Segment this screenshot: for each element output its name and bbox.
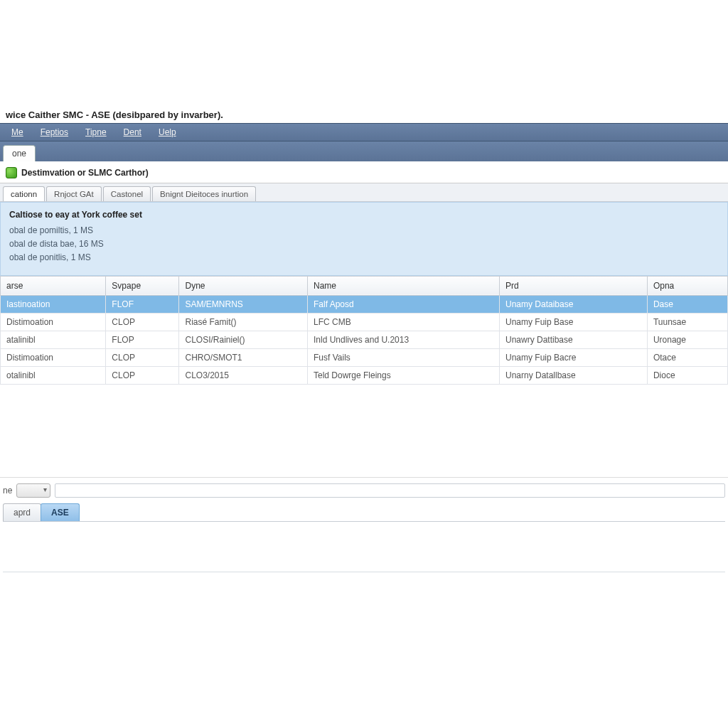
cell: Dioce [647, 366, 727, 384]
cell: otalinibl [1, 366, 106, 384]
cell: atalinibl [1, 331, 106, 348]
destination-icon [6, 167, 17, 178]
table-row[interactable]: otalinibl CLOP CLO3/2015 Teld Dowrge Fle… [1, 366, 728, 384]
bottom-tab-aprd[interactable]: aprd [3, 503, 41, 521]
col-prd[interactable]: Prd [499, 276, 647, 295]
cell: FLOP [106, 331, 179, 348]
bottom-tab-ase[interactable]: ASE [41, 503, 80, 521]
cell: Teld Dowrge Fleings [308, 366, 500, 384]
menu-dent[interactable]: Dent [115, 124, 150, 140]
menu-me[interactable]: Me [3, 124, 32, 140]
app-window: wice Caither SMC - ASE (desibpared by in… [0, 107, 728, 572]
col-arse[interactable]: arse [1, 276, 106, 295]
inner-tab-rnjoct[interactable]: Rnjoct GAt [46, 186, 102, 201]
cell: Dase [647, 295, 727, 313]
info-line-0: obal de pomiltis, 1 MS [9, 224, 719, 237]
cell: Unarny Datallbase [499, 366, 647, 384]
cell: Fusf Vails [308, 348, 500, 366]
cell: SAM/EMNRNS [179, 295, 308, 313]
grid-header-row: arse Svpape Dyne Name Prd Opna [1, 276, 728, 295]
cell: CHRO/SMOT1 [179, 348, 308, 366]
inner-tabstrip: cationn Rnjoct GAt Castonel Bnignt Dieit… [0, 183, 728, 202]
cell: Inld Undlives and U.2013 [308, 331, 500, 348]
cell: CLOP [106, 366, 179, 384]
inner-tab-castonel[interactable]: Castonel [103, 186, 151, 201]
inner-tab-bnignt[interactable]: Bnignt Dieitoces inurtion [152, 186, 256, 201]
data-grid[interactable]: arse Svpape Dyne Name Prd Opna Iastinoat… [0, 276, 728, 385]
bottom-tabstrip: aprd ASE [3, 503, 725, 522]
info-title: Caltiose to eay at York coffee set [9, 210, 719, 220]
grid-body: Iastinoation FLOF SAM/EMNRNS Falf Aposd … [1, 295, 728, 384]
cell: CLOSI/Rainiel() [179, 331, 308, 348]
filter-label: ne [3, 486, 12, 496]
cell: CLO3/2015 [179, 366, 308, 384]
bottom-area: ne aprd ASE [0, 477, 728, 572]
info-panel: Caltiose to eay at York coffee set obal … [0, 202, 728, 276]
inner-tab-cation[interactable]: cationn [3, 186, 45, 201]
filter-dropdown[interactable] [16, 483, 50, 498]
cell: Unawry Dattibase [499, 331, 647, 348]
menubar: Me Feptios Tipne Dent Uelp [0, 123, 728, 141]
window-title: wice Caither SMC - ASE (desibpared by in… [0, 107, 728, 123]
outer-tabstrip: one [0, 141, 728, 161]
cell: LFC CMB [308, 313, 500, 331]
cell: Riasé Famit() [179, 313, 308, 331]
col-name[interactable]: Name [308, 276, 500, 295]
info-line-1: obal de dista bae, 16 MS [9, 237, 719, 251]
bottom-divider [3, 572, 725, 572]
cell: CLOP [106, 348, 179, 366]
section-header: Destimvation or SLMC Carthor) [0, 161, 728, 183]
table-row[interactable]: atalinibl FLOP CLOSI/Rainiel() Inld Undl… [1, 331, 728, 348]
table-row[interactable]: Distimoation CLOP CHRO/SMOT1 Fusf Vails … [1, 348, 728, 366]
filter-row: ne [3, 483, 725, 498]
cell: Otace [647, 348, 727, 366]
cell: Unamy Fuip Bacre [499, 348, 647, 366]
menu-tipne[interactable]: Tipne [77, 124, 115, 140]
col-opna[interactable]: Opna [647, 276, 727, 295]
section-title: Destimvation or SLMC Carthor) [21, 168, 149, 178]
outer-tab-one[interactable]: one [3, 145, 36, 161]
cell: Unamy Dataibase [499, 295, 647, 313]
cell: Falf Aposd [308, 295, 500, 313]
col-dyne[interactable]: Dyne [179, 276, 308, 295]
filter-textfield[interactable] [55, 483, 725, 498]
cell: Iastinoation [1, 295, 106, 313]
table-row[interactable]: Iastinoation FLOF SAM/EMNRNS Falf Aposd … [1, 295, 728, 313]
menu-uelp[interactable]: Uelp [150, 124, 185, 140]
menu-feptios[interactable]: Feptios [32, 124, 77, 140]
cell: Distimoation [1, 313, 106, 331]
cell: FLOF [106, 295, 179, 313]
cell: CLOP [106, 313, 179, 331]
cell: Unamy Fuip Base [499, 313, 647, 331]
table-row[interactable]: Distimoation CLOP Riasé Famit() LFC CMB … [1, 313, 728, 331]
cell: Distimoation [1, 348, 106, 366]
cell: Tuunsae [647, 313, 727, 331]
info-line-2: obal de ponitlis, 1 MS [9, 251, 719, 264]
cell: Uronage [647, 331, 727, 348]
col-svpape[interactable]: Svpape [106, 276, 179, 295]
